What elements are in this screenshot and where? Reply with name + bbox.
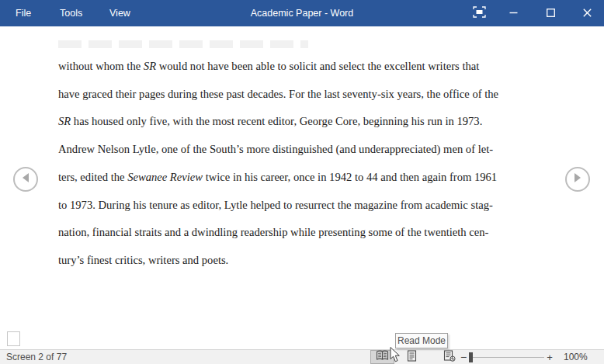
view-button-print-layout[interactable] xyxy=(400,350,424,364)
minimize-button[interactable] xyxy=(502,0,525,26)
close-icon xyxy=(583,6,592,20)
menu-view[interactable]: View xyxy=(105,0,135,26)
close-button[interactable] xyxy=(575,0,599,26)
screen-indicator[interactable]: Screen 2 of 77 xyxy=(6,350,67,364)
fullscreen-toggle-icon xyxy=(473,6,486,21)
document-text-line: have graced their pages during these pas… xyxy=(58,81,559,109)
mouse-cursor-icon xyxy=(390,347,401,364)
zoom-in-button[interactable]: + xyxy=(544,350,555,364)
page-icon xyxy=(406,350,418,364)
minimize-icon xyxy=(509,6,518,20)
document-text-line: nation, financial straits and a dwindlin… xyxy=(58,219,559,247)
document-text-line: tury’s finest critics, writers and poets… xyxy=(58,247,559,275)
arrow-left-icon xyxy=(21,172,30,186)
document-text-line: ters, edited the Sewanee Review twice in… xyxy=(58,164,559,192)
zoom-level[interactable]: 100% xyxy=(564,350,595,364)
document-text-line: without whom the SR would not have been … xyxy=(58,53,559,81)
read-mode-tooltip: Read Mode xyxy=(395,333,448,348)
document-lines: without whom the SR would not have been … xyxy=(58,53,559,275)
previous-screen-button[interactable] xyxy=(13,167,38,192)
document-text-line: to 1973. During his tenure as editor, Ly… xyxy=(58,192,559,220)
status-mini-box[interactable] xyxy=(7,331,20,346)
maximize-icon xyxy=(547,6,555,20)
zoom-out-button[interactable]: − xyxy=(458,350,469,364)
clipped-text-remnant xyxy=(58,40,308,48)
document-text-line: SR has housed only five, with the most r… xyxy=(58,108,559,136)
page-globe-icon xyxy=(443,350,456,364)
menu-file[interactable]: File xyxy=(11,0,36,26)
arrow-right-icon xyxy=(573,172,582,186)
next-screen-button[interactable] xyxy=(565,167,590,192)
document-text-line: Andrew Nelson Lytle, one of the South’s … xyxy=(58,136,559,164)
title-bar: File Tools View Academic Paper - Word xyxy=(0,0,604,26)
zoom-slider-handle[interactable] xyxy=(469,352,473,362)
zoom-slider-track[interactable] xyxy=(473,357,544,358)
word-read-mode-window: File Tools View Academic Paper - Word xyxy=(0,0,604,364)
book-icon xyxy=(376,350,389,364)
status-bar: Screen 2 of 77 xyxy=(0,349,604,364)
fullscreen-toggle-button[interactable] xyxy=(467,0,491,26)
menu-tools[interactable]: Tools xyxy=(55,0,87,26)
maximize-button[interactable] xyxy=(539,0,562,26)
